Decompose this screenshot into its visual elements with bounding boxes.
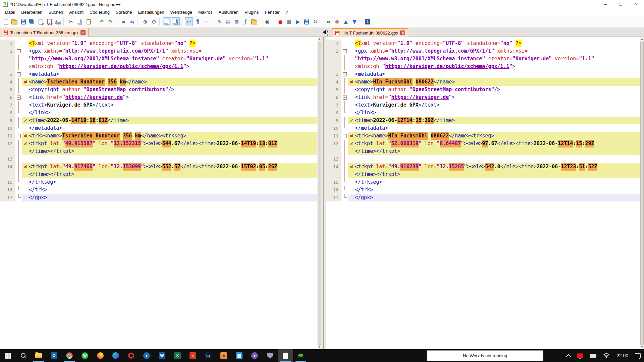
code-row[interactable]: 3<metadata> (326, 70, 644, 78)
define-language-icon[interactable]: ✎ (215, 17, 223, 26)
code-row[interactable]: 14≠<trkpt lat="49.916239" lon="12.15265"… (326, 163, 644, 171)
folder-as-workspace-icon[interactable] (250, 17, 258, 26)
security-shield-icon[interactable] (262, 349, 278, 362)
fold-margin[interactable] (15, 194, 22, 201)
tab-close-icon[interactable]: × (400, 31, 405, 35)
code-row[interactable]: 4≠<name>HIn Fuchsmühl 080622</name> (326, 78, 644, 86)
fold-margin[interactable] (341, 117, 348, 124)
fold-margin[interactable] (341, 40, 348, 47)
minimize-button[interactable]: – (598, 0, 613, 9)
code-row[interactable]: 17</gpx> (326, 194, 644, 201)
next-diff-icon[interactable]: ▼ (351, 17, 359, 26)
previous-diff-icon[interactable]: ▲ (342, 17, 350, 26)
red-x-app-icon[interactable]: × (185, 349, 201, 362)
edge-icon[interactable] (108, 349, 123, 362)
fold-margin[interactable] (341, 78, 348, 86)
kurviger-diamond-icon[interactable]: ◆ (216, 349, 231, 362)
menu-item-fenster[interactable]: Fenster (262, 9, 283, 16)
messenger-icon[interactable]: ● (139, 349, 154, 362)
search-button[interactable] (15, 349, 31, 362)
scroll-down-icon[interactable]: ▼ (640, 345, 644, 349)
tab-close-icon[interactable]: × (80, 30, 86, 35)
scrollbar-left[interactable]: ▲ ▼ (317, 37, 321, 349)
code-row[interactable]: 1<?xml version="1.0" encoding="UTF-8" st… (0, 40, 321, 47)
maximize-button[interactable]: □ (613, 0, 629, 9)
fold-margin[interactable] (341, 55, 348, 63)
editor-pane-left[interactable]: 1<?xml version="1.0" encoding="UTF-8" st… (0, 37, 321, 349)
fold-margin[interactable] (15, 47, 22, 55)
fold-margin[interactable] (15, 78, 22, 86)
code-row[interactable]: 8</link> (326, 109, 644, 117)
play-macro-icon[interactable]: ▶ (294, 17, 302, 26)
code-row[interactable]: 3<metadata> (0, 70, 321, 78)
fold-margin[interactable] (15, 178, 22, 186)
fold-margin[interactable] (341, 109, 348, 117)
fold-margin[interactable] (341, 86, 348, 94)
code-row[interactable]: 9≠<time>2022-06-14T19:18:01Z</time> (0, 117, 321, 124)
code-row[interactable]: 14≠<trkpt lat="49.917466" lon="12.153099… (0, 163, 321, 171)
start-button[interactable] (0, 349, 15, 362)
fold-margin[interactable] (341, 171, 348, 178)
code-row[interactable]: 5<copyright author="OpenStreetMap contri… (0, 86, 321, 94)
code-row[interactable]: 13 (0, 155, 321, 163)
indent-guide-icon[interactable]: ≡ (202, 17, 210, 26)
menu-item-?[interactable]: ? (283, 9, 291, 16)
menu-item-ansicht[interactable]: Ansicht (66, 9, 87, 16)
tab-right-file[interactable]: Hin T Fuchsmühl 080622.gpx × (332, 28, 408, 37)
document-list-icon[interactable]: ≣ (233, 17, 241, 26)
fold-margin[interactable] (15, 55, 22, 63)
whatsapp-icon[interactable]: W (77, 349, 93, 362)
motorcycle-app-icon[interactable] (293, 349, 309, 362)
word-wrap-icon[interactable]: ↩ (185, 17, 193, 26)
scroll-up-icon[interactable]: ▲ (317, 37, 321, 41)
code-row[interactable]: "http://www.w3.org/2001/XMLSchema-instan… (326, 55, 644, 63)
fold-margin[interactable] (15, 109, 22, 117)
function-list-icon[interactable]: ƒ (241, 17, 250, 26)
code-row[interactable]: 8</link> (0, 109, 321, 117)
fold-margin[interactable] (341, 94, 348, 101)
clear-compare-icon[interactable]: ⊗ (333, 17, 341, 26)
code-row[interactable]: 2<gpx xmlns="http://www.topografix.com/G… (0, 47, 321, 55)
fold-margin[interactable] (15, 70, 22, 78)
menu-item-werkzeuge[interactable]: Werkzeuge (167, 9, 195, 16)
scrollbar-right[interactable]: ▲ ▼ (640, 37, 644, 349)
document-map-icon[interactable]: ▤ (224, 17, 232, 26)
scroll-up-icon[interactable]: ▲ (640, 37, 644, 41)
fold-margin[interactable] (15, 132, 22, 140)
splitter-grip[interactable] (327, 29, 330, 36)
sync-vertical-scroll-icon[interactable] (163, 17, 171, 26)
code-row[interactable]: "http://www.w3.org/2001/XMLSchema-instan… (0, 55, 321, 63)
print-icon[interactable] (54, 17, 62, 26)
stop-macro-icon[interactable]: ■ (285, 17, 293, 26)
splitter-arrow-icon[interactable] (323, 30, 326, 34)
excel-icon[interactable]: X (170, 349, 185, 362)
tab-left-file[interactable]: Tschechien T Rundtour 356 km.gpx × (1, 28, 89, 37)
save-file-icon[interactable] (19, 17, 27, 26)
taskbar-clock[interactable]: 22:00 (613, 349, 632, 362)
code-row[interactable]: 2<gpx xmlns="http://www.topografix.com/G… (326, 47, 644, 55)
code-row[interactable]: 10</metadata> (0, 124, 321, 132)
fold-margin[interactable] (341, 178, 348, 186)
fold-margin[interactable] (15, 155, 22, 163)
fold-margin[interactable] (341, 155, 348, 163)
code-row[interactable]: xmlns:gh="https://kurviger.de/public/sch… (326, 63, 644, 70)
lightroom-icon[interactable]: Lr (201, 349, 216, 362)
fold-margin[interactable] (15, 40, 22, 47)
new-file-icon[interactable] (2, 17, 10, 26)
editor-pane-right[interactable]: 1<?xml version="1.0" encoding="UTF-8" st… (326, 37, 644, 349)
close-file-icon[interactable]: × (37, 17, 45, 26)
fold-margin[interactable] (341, 132, 348, 140)
fold-margin[interactable] (341, 163, 348, 171)
save-all-icon[interactable] (28, 17, 36, 26)
code-row[interactable]: </time></trkpt> (0, 171, 321, 178)
redo-icon[interactable]: ↷ (106, 17, 114, 26)
battery-tray-icon[interactable] (586, 349, 600, 362)
purple-app-icon[interactable]: ● (247, 349, 262, 362)
code-row[interactable]: 16</trk> (326, 186, 644, 194)
fold-margin[interactable] (15, 163, 22, 171)
fold-margin[interactable] (341, 101, 348, 109)
fold-margin[interactable] (341, 194, 348, 201)
code-row[interactable]: 12≠<trkpt lat="52.060319" lon="8.64487">… (326, 140, 644, 147)
file-explorer-icon[interactable] (31, 349, 46, 362)
fold-margin[interactable] (15, 86, 22, 94)
